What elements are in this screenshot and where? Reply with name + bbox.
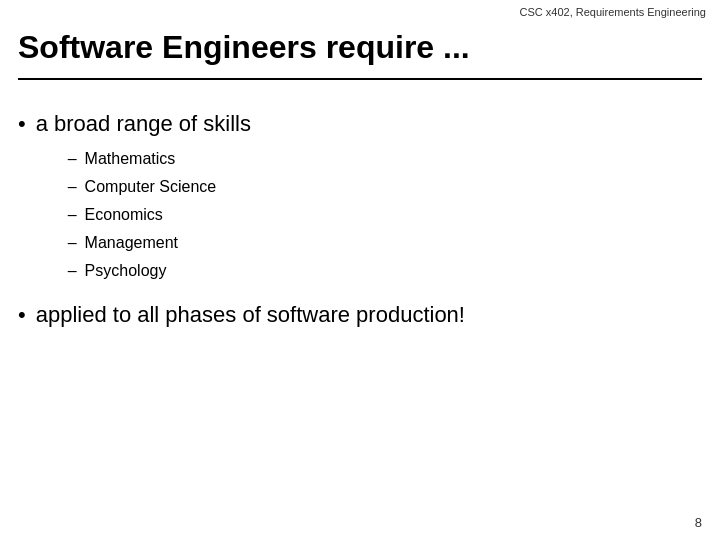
sub-dash-2: – <box>68 175 77 199</box>
sub-list: – Mathematics – Computer Science – Econo… <box>68 147 251 283</box>
sub-dash-3: – <box>68 203 77 227</box>
sub-text-economics: Economics <box>85 203 163 227</box>
course-label: CSC x402, Requirements Engineering <box>520 6 707 18</box>
sub-text-management: Management <box>85 231 178 255</box>
page-number: 8 <box>695 515 702 530</box>
bullet-item-2: • applied to all phases of software prod… <box>18 301 702 330</box>
bullet-text-1: a broad range of skills <box>36 111 251 136</box>
sub-item-psychology: – Psychology <box>68 259 251 283</box>
content-section: • a broad range of skills – Mathematics … <box>18 110 702 343</box>
sub-dash-4: – <box>68 231 77 255</box>
sub-item-economics: – Economics <box>68 203 251 227</box>
header-bar: CSC x402, Requirements Engineering <box>506 0 721 24</box>
slide-title: Software Engineers require ... <box>18 28 702 74</box>
sub-item-management: – Management <box>68 231 251 255</box>
slide: CSC x402, Requirements Engineering Softw… <box>0 0 720 540</box>
bullet-dot-1: • <box>18 110 26 139</box>
title-divider <box>18 78 702 80</box>
sub-text-psychology: Psychology <box>85 259 167 283</box>
sub-text-mathematics: Mathematics <box>85 147 176 171</box>
sub-dash-5: – <box>68 259 77 283</box>
sub-text-computer-science: Computer Science <box>85 175 217 199</box>
sub-item-computer-science: – Computer Science <box>68 175 251 199</box>
bullet-dot-2: • <box>18 301 26 330</box>
sub-item-mathematics: – Mathematics <box>68 147 251 171</box>
bullet-text-2: applied to all phases of software produc… <box>36 301 465 330</box>
title-section: Software Engineers require ... <box>18 28 702 80</box>
bullet-1-container: a broad range of skills – Mathematics – … <box>36 110 251 287</box>
sub-dash-1: – <box>68 147 77 171</box>
bullet-item-1: • a broad range of skills – Mathematics … <box>18 110 702 287</box>
